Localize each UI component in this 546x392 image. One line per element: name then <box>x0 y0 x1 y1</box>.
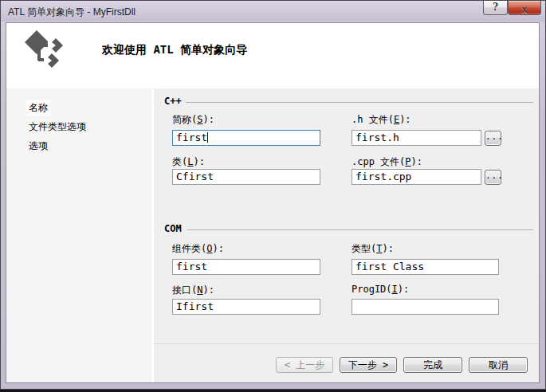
progid-input[interactable] <box>352 299 499 315</box>
cancel-button[interactable]: 取消 <box>469 357 528 373</box>
com-group-label: COM <box>164 223 182 234</box>
button-row-separator <box>154 343 539 344</box>
sidebar-item-name[interactable]: 名称 <box>26 100 51 116</box>
h-file-input[interactable]: first.h <box>352 130 481 146</box>
previous-button[interactable]: < 上一步 <box>276 357 333 373</box>
interface-input[interactable]: Ifirst <box>172 299 320 315</box>
coclass-input[interactable]: first <box>172 259 320 275</box>
class-label: 类(L): <box>172 155 205 169</box>
h-file-browse-button[interactable]: ... <box>485 131 501 146</box>
class-input[interactable]: Cfirst <box>172 169 320 185</box>
wizard-dialog-window: ATL 简单对象向导 - MyFirstDll ? x 欢迎使用 ATL 简单对… <box>0 0 546 390</box>
cpp-file-browse-button[interactable]: ... <box>485 170 501 185</box>
com-group-line <box>187 229 533 230</box>
wizard-page-title: 欢迎使用 ATL 简单对象向导 <box>102 43 247 57</box>
close-icon: x <box>522 4 528 15</box>
type-input[interactable]: first Class <box>352 259 499 275</box>
finish-button[interactable]: 完成 <box>403 357 462 373</box>
wizard-sidebar: 名称 文件类型选项 选项 <box>6 88 151 382</box>
type-label: 类型(T): <box>352 242 394 256</box>
wizard-content: C++ 简称(S): first .h 文件(E): first.h ... 类… <box>154 88 539 382</box>
short-name-label: 简称(S): <box>172 113 214 127</box>
dialog-client-area: 欢迎使用 ATL 简单对象向导 名称 文件类型选项 选项 C++ 简称(S): … <box>6 22 540 383</box>
interface-label: 接口(N): <box>172 284 214 297</box>
next-button[interactable]: 下一步 > <box>340 357 397 373</box>
short-name-input[interactable]: first <box>172 130 320 146</box>
wizard-body: 名称 文件类型选项 选项 C++ 简称(S): first .h 文件(E): … <box>6 88 539 382</box>
sidebar-item-file-type-options[interactable]: 文件类型选项 <box>26 120 89 135</box>
titlebar[interactable]: ATL 简单对象向导 - MyFirstDll <box>1 1 545 22</box>
close-button[interactable]: x <box>508 1 541 15</box>
window-title: ATL 简单对象向导 - MyFirstDll <box>8 6 136 19</box>
atl-object-icon <box>22 29 64 72</box>
h-file-label: .h 文件(E): <box>352 113 411 127</box>
coclass-label: 组件类(O): <box>172 242 224 256</box>
cpp-group-label: C++ <box>164 96 182 107</box>
cpp-file-input[interactable]: first.cpp <box>352 169 481 185</box>
progid-label: ProgID(I): <box>352 284 409 295</box>
cpp-file-label: .cpp 文件(P): <box>352 155 422 169</box>
cpp-group-line <box>186 102 533 103</box>
text-caret <box>207 132 208 143</box>
help-button[interactable]: ? <box>483 1 508 15</box>
help-icon: ? <box>493 2 498 13</box>
wizard-header: 欢迎使用 ATL 简单对象向导 <box>6 23 539 88</box>
sidebar-item-options[interactable]: 选项 <box>26 139 51 154</box>
